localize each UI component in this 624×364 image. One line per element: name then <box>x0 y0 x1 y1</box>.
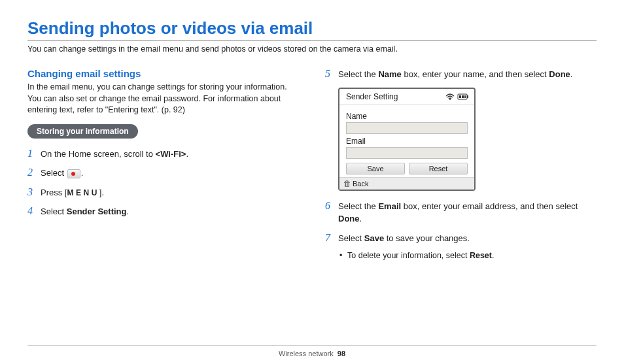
step-7-sub: • To delete your information, select Res… <box>339 251 597 260</box>
t: to save your changes. <box>384 233 470 243</box>
t: Done <box>338 214 360 223</box>
t: <Wi-Fi> <box>156 149 186 159</box>
left-column: Changing email settings In the email men… <box>27 68 299 260</box>
name-input[interactable] <box>346 122 468 134</box>
email-icon <box>67 169 80 178</box>
t: Select the <box>338 201 378 211</box>
t: ]. <box>99 188 104 197</box>
t: Select <box>338 233 364 243</box>
svg-rect-4 <box>462 95 464 98</box>
page-footer: Wireless network 98 <box>0 350 624 357</box>
t: box, enter your name, and then select <box>402 69 549 79</box>
bullet-dot: • <box>339 251 347 260</box>
t: . <box>570 69 573 79</box>
step-number: 2 <box>27 167 41 178</box>
email-label: Email <box>346 137 468 146</box>
t: Select <box>41 168 67 178</box>
step-text: On the Home screen, scroll to <Wi-Fi>. <box>41 148 188 161</box>
t: Name <box>378 69 401 79</box>
button-row: Save Reset <box>346 163 468 174</box>
svg-rect-2 <box>467 95 468 98</box>
email-input[interactable] <box>346 147 468 159</box>
steps-left: 1 On the Home screen, scroll to <Wi-Fi>.… <box>27 148 299 218</box>
wifi-icon <box>445 93 455 100</box>
sub-text: To delete your information, select Reset… <box>347 251 494 260</box>
footer-section: Wireless network <box>279 350 334 357</box>
back-button[interactable]: Back <box>353 180 368 188</box>
device-header: Sender Setting <box>339 89 474 105</box>
device-body: Name Email Save Reset <box>339 105 474 177</box>
step-text: Select the Name box, enter your name, an… <box>338 68 572 81</box>
step-number: 4 <box>27 205 41 217</box>
step-text: Select Sender Setting. <box>41 205 129 218</box>
step-6: 6 Select the Email box, enter your email… <box>325 200 597 225</box>
t: Press [ <box>41 188 67 197</box>
device-footer: 🗑 Back <box>339 177 474 190</box>
step-number: 7 <box>325 232 338 244</box>
step-3: 3 Press [MENU]. <box>27 186 299 199</box>
t: Select the <box>338 69 378 79</box>
footer-divider <box>27 345 597 346</box>
t: Email <box>378 201 401 211</box>
t: box, enter your email address, and then … <box>401 201 578 211</box>
step-5: 5 Select the Name box, enter your name, … <box>325 68 597 81</box>
section-intro: In the email menu, you can change settin… <box>27 82 299 116</box>
battery-icon <box>457 93 469 100</box>
name-label: Name <box>346 112 468 121</box>
step-number: 1 <box>27 148 41 159</box>
right-column: 5 Select the Name box, enter your name, … <box>325 68 597 260</box>
step-number: 3 <box>27 186 41 198</box>
step-7: 7 Select Save to save your changes. <box>325 232 597 245</box>
info-pill: Storing your information <box>27 124 138 139</box>
step-2: 2 Select . <box>27 167 299 180</box>
reset-button[interactable]: Reset <box>409 163 468 174</box>
steps-right-cont: 6 Select the Email box, enter your email… <box>325 200 597 245</box>
step-1: 1 On the Home screen, scroll to <Wi-Fi>. <box>27 148 299 161</box>
t: Reset <box>470 251 492 260</box>
section-title: Changing email settings <box>27 68 299 79</box>
step-number: 6 <box>325 200 338 212</box>
t: On the Home screen, scroll to <box>41 149 156 159</box>
t: Done <box>549 69 570 79</box>
save-button[interactable]: Save <box>346 163 405 174</box>
page-intro: You can change settings in the email men… <box>27 44 597 54</box>
t: . <box>360 214 362 223</box>
device-screenshot: Sender Setting Name Email Save Rese <box>338 88 476 191</box>
t: . <box>492 251 494 260</box>
step-text: Select Save to save your changes. <box>338 232 470 245</box>
svg-rect-5 <box>464 95 466 98</box>
menu-icon: MENU <box>67 188 99 197</box>
t: To delete your information, select <box>347 251 470 260</box>
device-title: Sender Setting <box>346 92 398 101</box>
footer-page-number: 98 <box>338 350 345 357</box>
t: Save <box>364 233 384 243</box>
device-status-icons <box>445 93 469 100</box>
t: Select <box>41 207 67 216</box>
content-columns: Changing email settings In the email men… <box>27 68 597 260</box>
steps-right: 5 Select the Name box, enter your name, … <box>325 68 597 81</box>
t: . <box>81 168 84 178</box>
svg-point-0 <box>449 99 451 100</box>
title-divider <box>27 40 597 41</box>
svg-rect-3 <box>459 95 461 98</box>
t: Sender Setting <box>67 207 127 216</box>
t: . <box>127 207 130 216</box>
step-4: 4 Select Sender Setting. <box>27 205 299 218</box>
step-text: Press [MENU]. <box>41 186 104 199</box>
page-title: Sending photos or videos via email <box>27 18 597 39</box>
step-text: Select . <box>41 167 83 180</box>
step-text: Select the Email box, enter your email a… <box>338 200 597 225</box>
t: . <box>186 149 188 159</box>
trash-icon[interactable]: 🗑 <box>342 179 353 188</box>
step-number: 5 <box>325 68 338 80</box>
